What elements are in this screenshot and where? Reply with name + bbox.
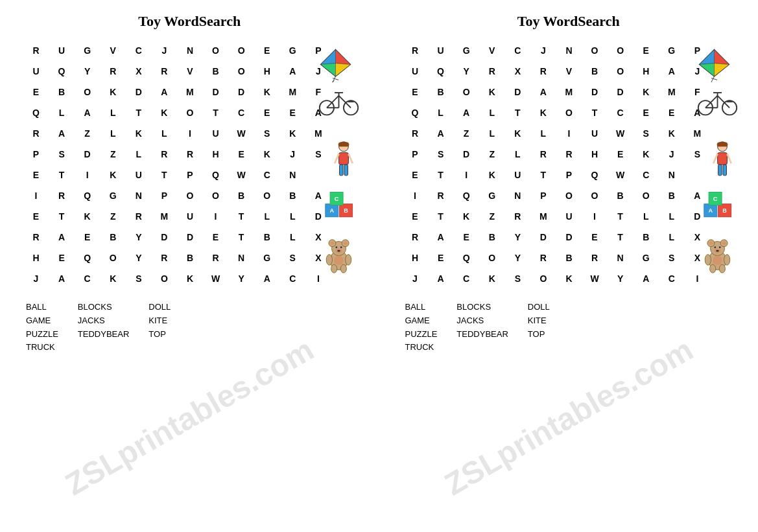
svg-rect-65 [723, 165, 727, 176]
grid-cell: Y [508, 248, 528, 268]
svg-point-39 [326, 255, 332, 266]
grid-cell: S [257, 123, 278, 144]
grid-cell: Q [77, 185, 98, 206]
grid-cell: P [559, 165, 580, 185]
grid-cell: J [154, 40, 175, 61]
grid-cell: E [257, 102, 278, 123]
svg-marker-45 [715, 50, 729, 65]
grid-cell: L [154, 123, 175, 144]
grid-cell: B [180, 248, 200, 268]
grid-cell: O [559, 185, 580, 206]
grid-cell: M [180, 82, 200, 102]
grid-cell: R [405, 123, 426, 144]
grid-cell: G [77, 40, 98, 61]
word-jacks: JACKS [78, 314, 129, 328]
grid-cell: C [283, 268, 303, 289]
grid-cell: C [610, 102, 631, 123]
grid-cell: U [431, 40, 451, 61]
grid-cell: K [636, 82, 657, 102]
grid-cell: B [431, 82, 451, 102]
grid-cell: K [533, 102, 554, 123]
grid-cell: X [128, 61, 149, 82]
blocks-icon: A B C [324, 189, 357, 222]
grid-cell: E [431, 248, 451, 268]
grid-cell: M [559, 82, 580, 102]
grid-cell: L [283, 206, 303, 227]
grid-cell: Y [128, 248, 149, 268]
grid-cell: E [26, 165, 47, 185]
grid-cell: L [103, 102, 124, 123]
r-word-blocks: BLOCKS [456, 301, 508, 314]
left-page: Toy WordSearch [0, 0, 379, 532]
grid-cell: A [431, 227, 451, 248]
grid-cell: R [405, 227, 426, 248]
grid-cell: L [283, 227, 303, 248]
grid-cell: R [431, 185, 451, 206]
grid-cell: M [661, 82, 682, 102]
r-word-ball: BALL [405, 301, 438, 314]
grid-cell: B [283, 185, 303, 206]
grid-cell: A [283, 61, 303, 82]
grid-cell: C [508, 40, 528, 61]
svg-point-84 [710, 264, 716, 273]
grid-cell: S [128, 268, 149, 289]
svg-point-38 [337, 250, 340, 252]
grid-cell: L [661, 227, 682, 248]
grid-cell: Y [77, 61, 98, 82]
grid-cell: N [661, 165, 682, 185]
r-word-top: TOP [528, 328, 550, 341]
grid-cell: Y [508, 227, 528, 248]
svg-text:C: C [334, 196, 338, 202]
word-kite: KITE [148, 314, 171, 328]
grid-cell: C [257, 165, 278, 185]
grid-cell: P [154, 185, 175, 206]
kite-icon [318, 47, 353, 82]
grid-cell: K [103, 165, 124, 185]
grid-cell: Z [103, 206, 124, 227]
grid-cell: E [283, 102, 303, 123]
grid-cell: U [206, 123, 226, 144]
grid-cell: N [559, 40, 580, 61]
svg-marker-48 [715, 64, 729, 76]
grid-cell: S [508, 268, 528, 289]
grid-cell: A [77, 102, 98, 123]
grid-cell: S [661, 248, 682, 268]
grid-cell: K [283, 123, 303, 144]
right-word-grid: RUGVCJNOOEGPUQYRXRVBOHAJEBOKDAMDDKMFQLAL… [405, 40, 739, 289]
svg-point-83 [724, 255, 730, 266]
grid-cell: Z [482, 144, 503, 165]
svg-point-43 [334, 256, 344, 266]
grid-cell: A [636, 268, 657, 289]
right-teddy-icon [700, 238, 735, 270]
grid-cell: V [103, 40, 124, 61]
left-col1: BALL GAME PUZZLE TRUCK [26, 301, 58, 354]
word-teddybear: TEDDYBEAR [78, 328, 129, 341]
grid-cell: O [610, 61, 631, 82]
grid-cell: Q [456, 248, 477, 268]
grid-cell: D [180, 227, 200, 248]
grid-cell: D [231, 82, 252, 102]
word-top: TOP [148, 328, 171, 341]
grid-cell: E [26, 82, 47, 102]
grid-cell: K [559, 268, 580, 289]
svg-marker-2 [320, 50, 335, 65]
grid-cell: R [154, 144, 175, 165]
left-title: Toy WordSearch [138, 13, 241, 30]
grid-cell: T [206, 102, 226, 123]
grid-cell: R [26, 227, 47, 248]
grid-cell: T [610, 227, 631, 248]
grid-cell: Y [128, 227, 149, 248]
svg-rect-21 [339, 165, 343, 176]
grid-cell: Q [585, 165, 606, 185]
grid-cell: Z [77, 123, 98, 144]
grid-cell: R [180, 144, 200, 165]
grid-cell: O [206, 40, 226, 61]
grid-cell: A [533, 82, 554, 102]
grid-cell: Z [456, 123, 477, 144]
grid-cell: Y [610, 268, 631, 289]
grid-cell: R [533, 248, 554, 268]
grid-cell: A [154, 82, 175, 102]
grid-cell: E [206, 227, 226, 248]
grid-cell: A [431, 268, 451, 289]
svg-marker-4 [335, 64, 350, 76]
